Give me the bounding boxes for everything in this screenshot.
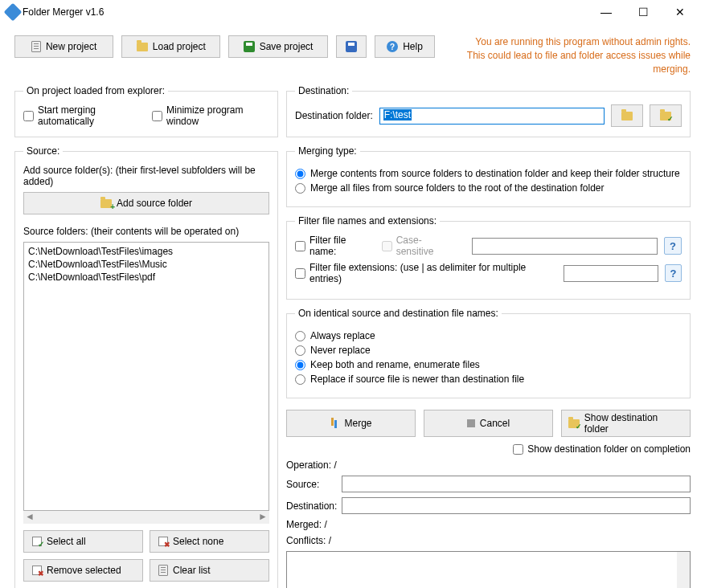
merge-to-root-radio[interactable]: Merge all files from source folders to t… (295, 182, 682, 194)
conflicts-label: Conflicts: (286, 535, 326, 546)
new-project-label: New project (46, 41, 96, 52)
operation-value: / (334, 459, 336, 471)
help-icon: ? (387, 41, 398, 52)
folder-check-icon (660, 112, 671, 120)
source-folders-listbox[interactable]: C:\NetDownload\TestFiles\images C:\NetDo… (23, 242, 269, 511)
folder-icon (137, 43, 148, 51)
add-source-button[interactable]: Add source folder (23, 192, 269, 214)
remove-selected-button[interactable]: Remove selected (23, 559, 143, 582)
title-bar: Folder Merger v1.6 — ☐ ✕ (0, 0, 705, 24)
merging-type-group: Merging type: Merge contents from source… (286, 145, 691, 207)
destination-input[interactable]: F:\test (379, 108, 605, 125)
save-project-button[interactable]: Save project (228, 35, 327, 58)
source-label: Source: (286, 479, 337, 490)
merge-button[interactable]: Merge (286, 410, 416, 437)
filter-ext-checkbox[interactable]: Filter file extensions: (use | as delimi… (295, 262, 551, 284)
load-project-button[interactable]: Load project (121, 35, 220, 58)
destination-label: Destination: (286, 500, 337, 512)
folder-check-icon (568, 419, 580, 428)
window-title: Folder Merger v1.6 (19, 6, 588, 18)
source-legend: Source: (23, 145, 63, 157)
show-on-completion-checkbox[interactable]: Show destination folder on completion (513, 443, 691, 455)
minimize-window-checkbox[interactable]: Minimize program window (152, 104, 269, 127)
close-button[interactable]: ✕ (662, 0, 699, 24)
merge-icon (330, 418, 339, 429)
browse-folder-button[interactable] (611, 104, 643, 127)
on-load-group: On project loaded from explorer: Start m… (14, 85, 278, 137)
admin-warning: You are running this program without adm… (443, 35, 691, 76)
filter-name-input[interactable] (472, 238, 658, 255)
destination-field (342, 497, 691, 514)
filter-name-help-button[interactable]: ? (664, 237, 682, 255)
filter-legend: Filter file names and extensions: (295, 215, 440, 227)
save-icon (244, 41, 255, 52)
new-project-button[interactable]: New project (14, 35, 113, 58)
destination-legend: Destination: (295, 85, 352, 96)
filter-ext-help-button[interactable]: ? (665, 264, 682, 282)
identical-names-group: On identical source and destination file… (286, 308, 691, 398)
maximize-button[interactable]: ☐ (625, 0, 662, 24)
cancel-button[interactable]: Cancel (424, 410, 553, 437)
save-as-icon (346, 41, 357, 52)
select-none-icon (158, 537, 168, 546)
destination-group: Destination: Destination folder: F:\test (286, 85, 691, 137)
folder-icon (621, 112, 633, 120)
list-item[interactable]: C:\NetDownload\TestFiles\pdf (28, 271, 264, 284)
list-item[interactable]: C:\NetDownload\TestFiles\Music (28, 258, 264, 271)
merged-label: Merged: (286, 519, 322, 530)
select-all-button[interactable]: Select all (23, 530, 143, 553)
filter-group: Filter file names and extensions: Filter… (286, 215, 691, 300)
admin-warning-line2: This could lead to file and folder acces… (443, 49, 691, 76)
admin-warning-line1: You are running this program without adm… (443, 35, 691, 49)
remove-icon (32, 566, 42, 575)
minimize-button[interactable]: — (588, 0, 625, 24)
source-field (342, 476, 691, 492)
source-group: Source: Add source folder(s): (their fir… (14, 145, 278, 588)
filter-ext-input[interactable] (564, 265, 658, 282)
select-all-icon (32, 537, 42, 546)
select-none-button[interactable]: Select none (150, 530, 269, 553)
help-label: Help (403, 41, 423, 52)
on-load-legend: On project loaded from explorer: (23, 85, 168, 96)
destination-value: F:\test (383, 109, 412, 120)
listbox-scrollbar[interactable]: ◄► (23, 511, 269, 524)
blank-page-icon (31, 41, 41, 52)
filter-name-checkbox[interactable]: Filter file name: (295, 235, 375, 257)
identical-names-legend: On identical source and destination file… (295, 308, 502, 319)
list-item[interactable]: C:\NetDownload\TestFiles\images (28, 245, 264, 258)
operation-label: Operation: (286, 459, 331, 471)
stop-icon (467, 419, 475, 427)
show-destination-button[interactable]: Show destination folder (561, 410, 691, 437)
conflicts-value: / (329, 535, 331, 546)
log-scrollbar[interactable] (677, 552, 690, 588)
keep-both-radio[interactable]: Keep both and rename, enumerate files (295, 359, 682, 370)
save-project-label: Save project (260, 41, 314, 52)
merged-value: / (324, 519, 326, 530)
source-list-label: Source folders: (their contents will be … (23, 226, 269, 237)
auto-merge-checkbox[interactable]: Start merging automatically (23, 104, 146, 127)
add-source-hint: Add source folder(s): (their first-level… (23, 165, 269, 187)
always-replace-radio[interactable]: Always replace (295, 330, 682, 341)
validate-folder-button[interactable] (650, 104, 682, 127)
merging-type-legend: Merging type: (295, 145, 360, 157)
help-button[interactable]: ? Help (375, 35, 434, 58)
clear-list-icon (158, 565, 168, 576)
conflicts-log[interactable] (286, 551, 691, 588)
load-project-label: Load project (153, 41, 206, 52)
destination-label: Destination folder: (295, 110, 373, 121)
case-sensitive-checkbox[interactable]: Case-sensitive (382, 235, 459, 257)
folder-add-icon (100, 199, 112, 208)
never-replace-radio[interactable]: Never replace (295, 345, 682, 356)
save-as-button[interactable] (336, 35, 367, 58)
replace-if-newer-radio[interactable]: Replace if source file is newer than des… (295, 374, 682, 385)
clear-list-button[interactable]: Clear list (150, 559, 269, 582)
merge-keep-structure-radio[interactable]: Merge contents from source folders to de… (295, 168, 682, 179)
